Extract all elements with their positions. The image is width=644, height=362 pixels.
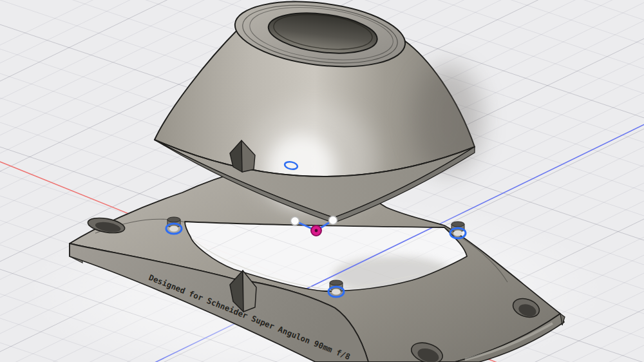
joint-origin-core <box>315 229 318 233</box>
cad-viewport[interactable]: Designed for Schneider Super Angulon 90m… <box>0 0 644 362</box>
locating-pin[interactable] <box>166 217 182 234</box>
joint-snap-point[interactable] <box>291 217 299 225</box>
locating-pin[interactable] <box>328 280 344 297</box>
joint-snap-point[interactable] <box>329 216 337 225</box>
locating-pin[interactable] <box>450 222 466 238</box>
cad-scene: Designed for Schneider Super Angulon 90m… <box>0 0 644 362</box>
